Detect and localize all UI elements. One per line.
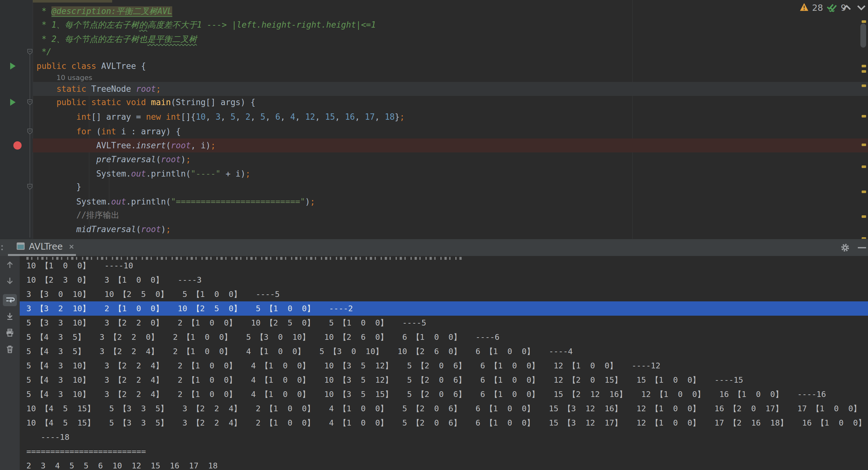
console-line[interactable]: ----18 <box>20 430 868 444</box>
fold-icon[interactable] <box>27 128 33 136</box>
console-line[interactable]: 10 【1 0 0】 ----10 <box>20 258 868 273</box>
search-highlight-fragment <box>33 0 112 3</box>
error-stripe-mark[interactable] <box>862 70 866 73</box>
weak-warning-check-icon <box>826 2 837 13</box>
fold-icon[interactable] <box>27 184 33 191</box>
scroll-to-end-icon[interactable] <box>5 312 14 321</box>
editor-scrollbar-thumb[interactable] <box>860 24 866 48</box>
code-line[interactable]: int[] array = new int[]{10, 3, 5, 2, 5, … <box>33 110 868 124</box>
code-line[interactable]: public static void main(String[] args) { <box>33 95 868 109</box>
editor-gutter <box>0 0 33 239</box>
code-line[interactable]: midTraversal(root); <box>33 222 868 236</box>
code-area: * @description:平衡二叉树AVL * 1、每个节点的左右子树的高度… <box>33 0 868 239</box>
inspections-widget[interactable]: 28 9 <box>799 3 846 13</box>
console-line[interactable]: 5 【4 3 5】 3 【2 2 0】 2 【1 0 0】 5 【3 0 10】… <box>20 330 868 344</box>
console-line[interactable]: ========================= <box>20 444 868 459</box>
chevron-down-icon[interactable] <box>857 4 866 11</box>
warning-count: 28 <box>812 3 823 13</box>
code-line[interactable]: AVLTree.insert(root, i); <box>33 138 868 152</box>
console-line[interactable]: 5 【4 3 10】 3 【2 2 4】 2 【1 0 0】 4 【1 0 0】… <box>20 373 868 387</box>
ide-window: * @description:平衡二叉树AVL * 1、每个节点的左右子树的高度… <box>0 0 868 470</box>
error-stripe-mark[interactable] <box>862 191 866 193</box>
code-line[interactable]: preTraversal(root); <box>33 152 868 166</box>
console-line[interactable]: 3 【3 0 10】 10 【2 5 0】 5 【1 0 0】 ----5 <box>20 287 868 301</box>
chevron-up-icon[interactable] <box>842 4 851 11</box>
close-icon[interactable] <box>68 243 75 250</box>
console-line[interactable]: 5 【4 3 5】 3 【2 2 4】 2 【1 0 0】 4 【1 0 0】 … <box>20 344 868 358</box>
console-line[interactable]: 10 【4 5 15】 5 【3 3 5】 3 【2 2 4】 2 【1 0 0… <box>20 416 868 430</box>
console-line[interactable]: 10 【2 3 0】 3 【1 0 0】 ----3 <box>20 273 868 287</box>
run-icon[interactable] <box>10 63 16 69</box>
code-line[interactable]: } <box>33 180 868 194</box>
fold-icon[interactable] <box>27 99 33 107</box>
console-line[interactable]: 5 【4 3 10】 3 【2 2 4】 2 【1 0 0】 4 【1 0 0】… <box>20 387 868 401</box>
error-stripe-mark[interactable] <box>862 144 866 146</box>
error-stripe-mark[interactable] <box>862 85 866 87</box>
fold-guide-line <box>30 55 30 238</box>
code-line[interactable]: */ <box>33 45 868 59</box>
code-editor[interactable]: * @description:平衡二叉树AVL * 1、每个节点的左右子树的高度… <box>0 0 868 239</box>
error-stripe-mark[interactable] <box>862 65 866 67</box>
run-console[interactable]: 10 【1 0 0】 ----1010 【2 3 0】 3 【1 0 0】 --… <box>0 256 868 470</box>
usages-inlay-hint[interactable]: 10 usages <box>33 72 868 82</box>
run-panel-tabbar: AVLTree <box>0 239 868 256</box>
breakpoint-icon[interactable] <box>13 141 22 150</box>
error-stripe-mark[interactable] <box>862 165 866 168</box>
error-stripe-mark[interactable] <box>862 215 866 218</box>
arrow-up-icon[interactable] <box>5 260 14 269</box>
trash-icon[interactable] <box>5 345 14 354</box>
code-line[interactable]: * 2、每个节点的左右子树也是平衡二叉树 <box>33 32 868 46</box>
console-line[interactable]: 5 【3 3 10】 3 【2 2 0】 2 【1 0 0】 10 【2 5 0… <box>20 316 868 330</box>
minimize-icon[interactable] <box>858 247 866 248</box>
code-line[interactable]: System.out.println("====================… <box>33 195 868 209</box>
code-line[interactable]: * @description:平衡二叉树AVL <box>33 4 868 18</box>
code-line[interactable]: * 1、每个节点的左右子树的高度差不大于1 ---> |left.height-… <box>33 18 868 32</box>
console-icon <box>16 242 25 252</box>
print-icon[interactable] <box>5 328 14 337</box>
gear-icon[interactable] <box>841 243 849 253</box>
warning-triangle-icon <box>799 3 809 13</box>
code-line[interactable]: System.out.println("----" + i); <box>33 167 868 181</box>
code-line[interactable]: static TreeNode root; <box>33 82 868 96</box>
run-icon[interactable] <box>10 99 16 106</box>
code-line[interactable]: //排序输出 <box>33 208 868 222</box>
console-line[interactable]: 2 3 4 5 5 6 10 12 15 16 17 18 <box>20 459 868 470</box>
soft-wrap-icon[interactable] <box>3 294 17 306</box>
error-stripe-mark[interactable] <box>862 115 866 118</box>
fold-icon[interactable] <box>27 49 33 56</box>
console-line[interactable]: 3 【3 2 10】 2 【1 0 0】 10 【2 5 0】 5 【1 0 0… <box>20 301 868 316</box>
arrow-down-icon[interactable] <box>5 276 14 285</box>
run-tab-avltree[interactable]: AVLTree <box>8 239 78 254</box>
error-stripe-mark[interactable] <box>862 20 866 23</box>
tool-window-handle-icon[interactable] <box>1 245 3 247</box>
console-toolbar <box>0 256 20 470</box>
code-line[interactable]: for (int i : array) { <box>33 124 868 138</box>
console-line[interactable]: 10 【4 5 15】 5 【3 3 5】 3 【2 2 4】 2 【1 0 0… <box>20 401 868 416</box>
console-line[interactable]: 5 【4 3 10】 3 【2 2 4】 2 【1 0 0】 4 【1 0 0】… <box>20 358 868 373</box>
code-line[interactable]: public class AVLTree { <box>33 59 868 73</box>
tab-label: AVLTree <box>29 241 63 252</box>
